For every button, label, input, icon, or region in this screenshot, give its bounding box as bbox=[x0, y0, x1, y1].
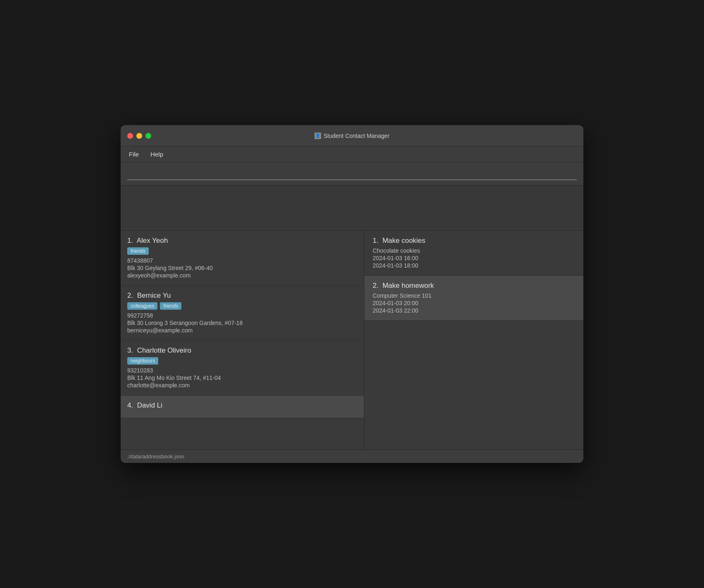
close-button[interactable] bbox=[127, 133, 133, 139]
contact-tags-2: colleagues friends bbox=[127, 302, 357, 310]
output-area bbox=[121, 185, 583, 231]
status-bar: ./data/addressbook.json bbox=[121, 450, 583, 463]
tag-colleagues-2: colleagues bbox=[127, 302, 157, 310]
contact-item-1[interactable]: 1. Alex Yeoh friends 87438807 Blk 30 Gey… bbox=[121, 231, 364, 286]
contact-email-2: berniceyu@example.com bbox=[127, 327, 357, 334]
contact-item-4[interactable]: 4. David Li bbox=[121, 396, 364, 418]
maximize-button[interactable] bbox=[145, 133, 151, 139]
tag-friends-2: friends bbox=[160, 302, 181, 310]
contact-address-2: Blk 30 Lorong 3 Serangoon Gardens, #07-1… bbox=[127, 320, 357, 326]
contact-item-3[interactable]: 3. Charlotte Oliveiro neighbours 9321028… bbox=[121, 341, 364, 396]
contact-address-1: Blk 30 Geylang Street 29, #06-40 bbox=[127, 265, 357, 271]
contact-address-3: Blk 11 Ang Mo Kio Street 74, #11-04 bbox=[127, 375, 357, 381]
contact-phone-1: 87438807 bbox=[127, 257, 357, 264]
contact-name-4: 4. David Li bbox=[127, 401, 357, 410]
app-icon: 👤 bbox=[314, 133, 321, 139]
main-window: 👤 Student Contact Manager File Help 1. A… bbox=[121, 125, 583, 463]
window-title: 👤 Student Contact Manager bbox=[314, 133, 390, 139]
search-bar bbox=[121, 162, 583, 185]
task-name-1: 1. Make cookies bbox=[373, 237, 575, 245]
contact-phone-2: 99272758 bbox=[127, 312, 357, 319]
contact-email-1: alexyeoh@example.com bbox=[127, 272, 357, 279]
task-description-2: Computer Science 101 bbox=[373, 292, 575, 299]
task-description-1: Chocolate cookies bbox=[373, 247, 575, 254]
minimize-button[interactable] bbox=[136, 133, 142, 139]
contact-name-3: 3. Charlotte Oliveiro bbox=[127, 346, 357, 355]
main-content: 1. Alex Yeoh friends 87438807 Blk 30 Gey… bbox=[121, 231, 583, 450]
tag-friends-1: friends bbox=[127, 247, 149, 255]
tag-neighbours-3: neighbours bbox=[127, 357, 158, 365]
traffic-lights bbox=[127, 133, 151, 139]
contact-tags-1: friends bbox=[127, 247, 357, 255]
status-text: ./data/addressbook.json bbox=[127, 453, 184, 460]
menu-help[interactable]: Help bbox=[149, 150, 165, 159]
contact-phone-3: 93210283 bbox=[127, 367, 357, 374]
task-item-1[interactable]: 1. Make cookies Chocolate cookies 2024-0… bbox=[364, 231, 583, 276]
task-name-2: 2. Make homework bbox=[373, 282, 575, 290]
task-end-1: 2024-01-03 18:00 bbox=[373, 262, 575, 269]
menu-bar: File Help bbox=[121, 147, 583, 162]
task-start-2: 2024-01-03 20:00 bbox=[373, 300, 575, 306]
task-item-2[interactable]: 2. Make homework Computer Science 101 20… bbox=[364, 276, 583, 321]
menu-file[interactable]: File bbox=[127, 150, 140, 159]
title-bar: 👤 Student Contact Manager bbox=[121, 125, 583, 147]
search-input[interactable] bbox=[127, 167, 577, 180]
contact-email-3: charlotte@example.com bbox=[127, 382, 357, 389]
task-end-2: 2024-01-03 22:00 bbox=[373, 307, 575, 314]
tasks-panel: 1. Make cookies Chocolate cookies 2024-0… bbox=[364, 231, 583, 450]
task-start-1: 2024-01-03 16:00 bbox=[373, 255, 575, 261]
contact-item-2[interactable]: 2. Bernice Yu colleagues friends 9927275… bbox=[121, 286, 364, 341]
contact-name-2: 2. Bernice Yu bbox=[127, 292, 357, 300]
contacts-panel: 1. Alex Yeoh friends 87438807 Blk 30 Gey… bbox=[121, 231, 364, 450]
contact-tags-3: neighbours bbox=[127, 357, 357, 365]
contact-name-1: 1. Alex Yeoh bbox=[127, 237, 357, 245]
